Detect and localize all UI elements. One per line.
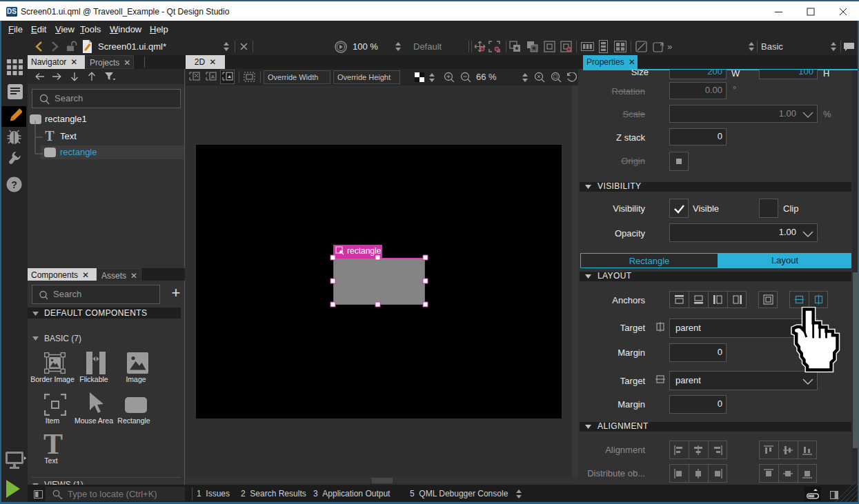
svg-text:?: ? [11, 179, 17, 190]
svg-text:T: T [43, 433, 63, 456]
svg-text:A: A [211, 74, 215, 80]
